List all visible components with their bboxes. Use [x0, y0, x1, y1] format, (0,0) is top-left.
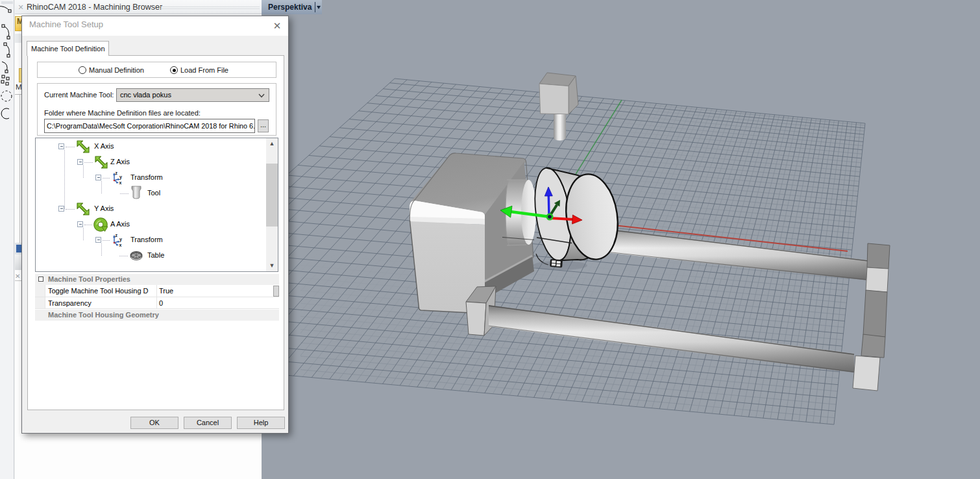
svg-text:x: x	[119, 243, 122, 247]
svg-text:z: z	[116, 234, 118, 238]
svg-text:x: x	[119, 180, 122, 185]
svg-text:y: y	[119, 237, 122, 242]
svg-text:z: z	[116, 171, 118, 175]
svg-text:y: y	[119, 175, 122, 180]
